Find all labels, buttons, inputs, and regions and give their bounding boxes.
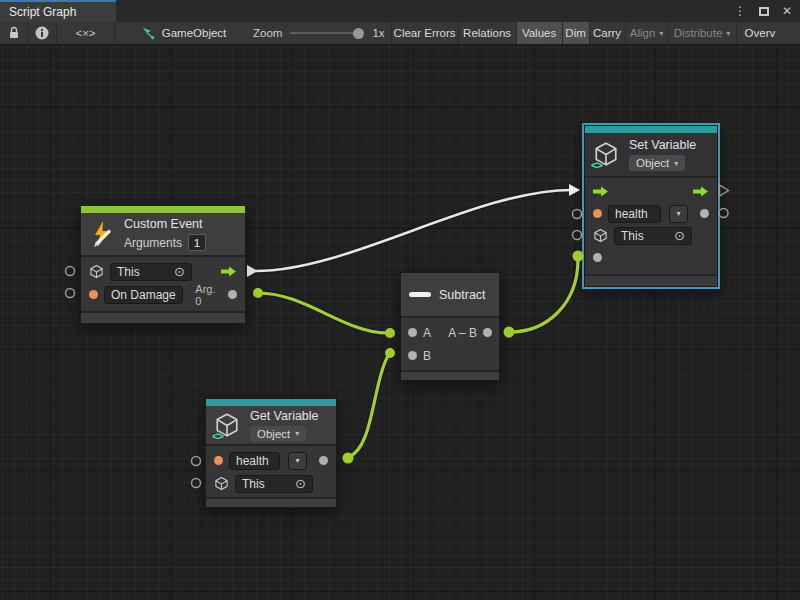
value-output-port[interactable] — [319, 456, 328, 465]
maximize-icon[interactable] — [759, 7, 769, 16]
chevron-down-icon: ▾ — [659, 29, 663, 38]
title-bar: Script Graph ⋮ ✕ — [0, 0, 800, 22]
input-a-port[interactable] — [408, 328, 417, 337]
variable-accent-bar — [206, 399, 336, 406]
value-input-port[interactable] — [593, 253, 602, 262]
target-field[interactable]: This ⊙ — [110, 263, 192, 281]
external-port-circle[interactable] — [66, 289, 75, 298]
flow-output-port[interactable] — [693, 186, 709, 197]
tab-script-graph[interactable]: Script Graph — [0, 0, 116, 22]
values-toggle[interactable]: Values — [517, 22, 563, 44]
zoom-slider[interactable] — [290, 27, 364, 39]
input-b-port[interactable] — [408, 351, 417, 360]
wire-endpoint — [385, 328, 395, 338]
tab-title: Script Graph — [9, 5, 76, 19]
subtract-icon — [409, 292, 431, 297]
node-title: Set Variable — [629, 138, 696, 152]
name-input-port[interactable] — [214, 456, 223, 465]
zoom-slider-handle[interactable] — [353, 28, 364, 39]
flow-input-triangle-setvariable[interactable] — [569, 184, 580, 196]
info-icon — [34, 25, 50, 41]
wire-endpoint — [504, 327, 515, 338]
wire-subtract-to-setvariable[interactable] — [510, 259, 578, 332]
subtract-body: A A – B B — [401, 318, 499, 370]
target-picker-icon[interactable]: ⊙ — [295, 477, 306, 490]
subtract-header[interactable]: Subtract — [401, 273, 499, 318]
event-name-field[interactable]: On Damage — [104, 286, 183, 304]
get-variable-footer — [206, 497, 336, 507]
menu-dots-icon[interactable]: ⋮ — [734, 5, 746, 17]
node-get-variable[interactable]: <> Get Variable Object ▾ health — [205, 398, 337, 508]
output-port[interactable] — [483, 328, 492, 337]
code-button[interactable]: <×> — [57, 22, 115, 44]
window-controls: ⋮ ✕ — [734, 0, 800, 22]
chevron-down-icon: ▾ — [726, 29, 730, 38]
zoom-value: 1x — [372, 27, 384, 39]
relations-button[interactable]: Relations — [459, 22, 517, 44]
external-port-circle[interactable] — [573, 231, 582, 240]
external-port-circle[interactable] — [719, 209, 728, 218]
cube-icon — [214, 476, 229, 491]
external-port-circle[interactable] — [573, 210, 582, 219]
graph-toolbar: <×> GameObject Zoom 1x Clear Errors Rela… — [0, 22, 800, 45]
close-icon[interactable]: ✕ — [782, 5, 792, 17]
custom-event-footer — [81, 311, 245, 323]
target-field[interactable]: This ⊙ — [614, 227, 692, 245]
flow-output-port[interactable] — [221, 266, 237, 277]
variable-scope-dropdown[interactable]: Object ▾ — [629, 155, 685, 171]
variable-accent-bar — [585, 126, 717, 133]
external-port-circle[interactable] — [192, 457, 201, 466]
distribute-dropdown[interactable]: Distribute ▾ — [669, 22, 737, 44]
flow-output-triangle-customevent[interactable] — [247, 265, 258, 277]
get-variable-header[interactable]: <> Get Variable Object ▾ — [206, 406, 336, 446]
event-input-port[interactable] — [89, 290, 98, 299]
arguments-label: Arguments — [124, 236, 182, 250]
align-dropdown[interactable]: Align ▾ — [626, 22, 669, 44]
clear-errors-button[interactable]: Clear Errors — [392, 22, 459, 44]
zoom-label: Zoom — [253, 27, 282, 39]
target-port-row: This ⊙ — [81, 261, 245, 282]
flow-input-port[interactable] — [593, 186, 609, 197]
overview-button[interactable]: Overv — [737, 22, 800, 44]
value-output-port[interactable] — [700, 209, 709, 218]
lock-button[interactable] — [0, 22, 28, 44]
arg0-label: Arg. 0 — [195, 283, 222, 307]
set-variable-footer — [585, 274, 717, 286]
target-field[interactable]: This ⊙ — [235, 475, 313, 493]
code-chevrons-icon: <> — [212, 430, 223, 442]
variable-scope-dropdown[interactable]: Object ▾ — [250, 426, 306, 442]
node-custom-event[interactable]: Custom Event Arguments 1 This ⊙ — [80, 205, 246, 324]
graph-canvas[interactable]: Custom Event Arguments 1 This ⊙ — [0, 45, 800, 600]
target-picker-icon[interactable]: ⊙ — [174, 265, 185, 278]
name-input-port[interactable] — [593, 209, 602, 218]
external-port-circle[interactable] — [66, 267, 75, 276]
variable-cube-icon: <> — [593, 141, 621, 168]
variable-dropdown-button[interactable]: ▾ — [669, 205, 688, 223]
node-subtract[interactable]: Subtract A A – B B — [400, 272, 500, 381]
node-set-variable[interactable]: <> Set Variable Object ▾ — [584, 125, 718, 287]
wire-getvariable-to-subtract-b[interactable] — [348, 354, 389, 457]
dim-toggle[interactable]: Dim — [563, 22, 590, 44]
external-port-circle[interactable] — [192, 479, 201, 488]
gameobject-reference[interactable]: GameObject — [115, 22, 247, 44]
custom-event-header[interactable]: Custom Event Arguments 1 — [81, 213, 245, 257]
custom-event-icon — [89, 220, 116, 248]
lock-icon — [6, 25, 22, 41]
variable-dropdown-button[interactable]: ▾ — [288, 452, 307, 470]
chevron-down-icon: ▾ — [295, 429, 299, 438]
wire-flow-customevent-setvariable[interactable] — [256, 190, 572, 271]
flow-output-triangle-unconnected[interactable] — [720, 185, 729, 196]
variable-name-row: health ▾ — [206, 450, 336, 471]
set-variable-header[interactable]: <> Set Variable Object ▾ — [585, 133, 717, 178]
custom-event-body: This ⊙ On Damage Arg. 0 — [81, 257, 245, 311]
event-port-row: On Damage Arg. 0 — [81, 284, 245, 305]
arguments-count-input[interactable]: 1 — [188, 234, 206, 251]
variable-name-field[interactable]: health — [608, 205, 661, 223]
carry-toggle[interactable]: Carry — [590, 22, 626, 44]
subtract-footer — [401, 370, 499, 380]
info-button[interactable] — [28, 22, 57, 44]
arg0-output-port[interactable] — [228, 290, 237, 299]
wire-arg0-to-subtract-a[interactable] — [258, 293, 387, 333]
target-picker-icon[interactable]: ⊙ — [674, 229, 685, 242]
variable-name-field[interactable]: health — [229, 452, 280, 470]
